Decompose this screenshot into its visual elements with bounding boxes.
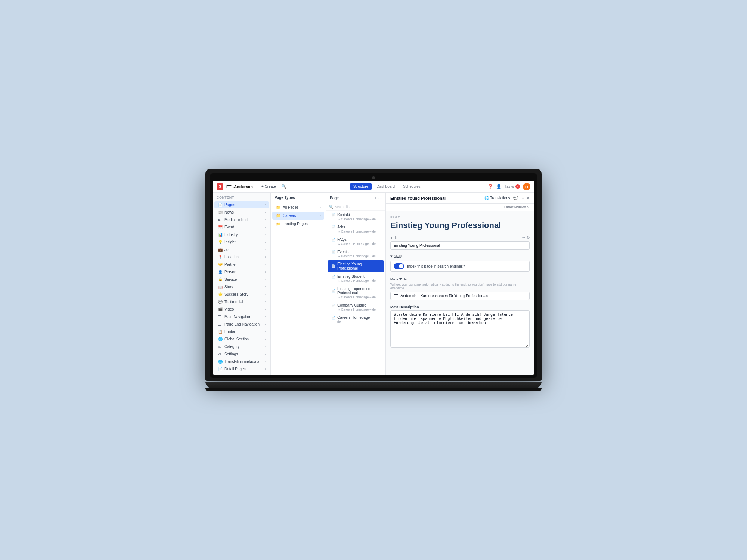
- tasks-label: Tasks: [505, 184, 514, 189]
- page-item-faqs-top: 📄 FAQs: [331, 237, 381, 242]
- sidebar-label-job: Job: [224, 248, 263, 252]
- seo-toggle-label[interactable]: ▾ SEO: [390, 254, 530, 258]
- meta-title-hint: Will get your company automatically adde…: [390, 283, 530, 290]
- industry-arrow: ›: [265, 233, 266, 236]
- page-end-nav-arrow: ›: [265, 323, 266, 326]
- detail-revision-bar: Latest revision ∨: [386, 204, 534, 211]
- page-item-einstieg-student[interactable]: 📄 Einstieg Student ↳ Careers Homepage – …: [328, 273, 384, 284]
- sidebar-item-settings[interactable]: ⚙ Settings ›: [214, 351, 269, 358]
- insight-icon: 💡: [218, 240, 223, 244]
- meta-title-input[interactable]: [390, 292, 530, 300]
- jobs-page-sub: ↳ Careers Homepage – de: [331, 230, 381, 233]
- title-input[interactable]: [390, 241, 530, 250]
- sidebar-item-location[interactable]: 📍 Location ›: [214, 253, 269, 261]
- sidebar-item-event[interactable]: 📅 Event ›: [214, 224, 269, 231]
- close-panel-icon[interactable]: ✕: [526, 196, 530, 200]
- user-avatar[interactable]: FT: [523, 183, 530, 190]
- user-icon[interactable]: 👤: [496, 184, 502, 189]
- sidebar-item-success-story[interactable]: ⭐ Success Story ›: [214, 291, 269, 298]
- sidebar-item-story[interactable]: 📖 Story ›: [214, 283, 269, 290]
- sidebar-item-translation-metadata[interactable]: 🌐 Translation metadata ›: [214, 358, 269, 365]
- sidebar-item-detail-pages[interactable]: 📄 Detail Pages ›: [214, 365, 269, 373]
- sidebar-item-testimonial[interactable]: 💬 Testimonial ›: [214, 298, 269, 305]
- sidebar-item-news[interactable]: 📰 News ›: [214, 209, 269, 216]
- tab-dashboard[interactable]: Dashboard: [373, 183, 399, 190]
- sidebar-item-department-config[interactable]: 📁 Department config ›: [214, 373, 269, 375]
- sidebar-item-main-navigation[interactable]: ☰ Main Navigation ›: [214, 313, 269, 320]
- sidebar-label-insight: Insight: [224, 240, 263, 244]
- page-item-faqs[interactable]: 📄 FAQs ↳ Careers Homepage – de: [328, 236, 384, 248]
- events-page-sub: ↳ Careers Homepage – de: [331, 254, 381, 258]
- app-logo: S: [217, 183, 223, 190]
- sidebar-item-global-section[interactable]: 🌐 Global Section ›: [214, 336, 269, 343]
- more-options-icon[interactable]: ···: [521, 196, 524, 200]
- sidebar-label-detail-pages: Detail Pages: [224, 367, 263, 371]
- news-arrow: ›: [265, 211, 266, 214]
- laptop-screen: S FTI-Andersch + Create 🔍 Structure Dash…: [213, 181, 534, 375]
- page-types-header: Page Types: [271, 193, 326, 203]
- search-pages-placeholder[interactable]: Search list: [335, 205, 350, 209]
- sidebar-item-category[interactable]: 🏷 Category ›: [214, 343, 269, 350]
- sidebar-label-page-end-navigation: Page End Navigation: [224, 322, 263, 326]
- add-page-icon[interactable]: +: [374, 196, 376, 200]
- title-more-icon[interactable]: ···: [522, 236, 525, 240]
- pages-panel-title: Page: [330, 196, 339, 200]
- sidebar-item-partner[interactable]: 🤝 Partner ›: [214, 261, 269, 268]
- tasks-count: 1: [515, 184, 520, 189]
- sidebar-item-job[interactable]: 💼 Job ›: [214, 246, 269, 253]
- sidebar-item-person[interactable]: 👤 Person ›: [214, 268, 269, 276]
- seo-index-toggle[interactable]: [394, 263, 404, 269]
- page-item-kontakt[interactable]: 📄 Kontakt ↳ Careers Homepage – de: [328, 211, 384, 223]
- sidebar: Content 📄 Pages › 📰 News ›: [213, 193, 271, 375]
- tasks-button[interactable]: Tasks 1: [505, 184, 520, 189]
- page-type-landing-pages[interactable]: 📁 Landing Pages: [272, 220, 324, 228]
- tab-structure[interactable]: Structure: [350, 183, 372, 190]
- pages-list-panel: Page + ··· 🔍 Search list: [326, 193, 386, 375]
- page-item-einstieg-young-professional[interactable]: 📄 Einstieg Young Professional: [328, 260, 384, 272]
- sidebar-item-footer[interactable]: 📋 Footer ›: [214, 328, 269, 335]
- detail-panel: Einstieg Young Professional 🌐 Translatio…: [386, 193, 534, 375]
- page-type-careers[interactable]: 📁 Careers ›: [272, 212, 324, 220]
- success-story-icon: ⭐: [218, 292, 223, 296]
- sidebar-item-service[interactable]: 🔒 Service ›: [214, 276, 269, 283]
- page-item-ch-top: 📄 Careers Homepage: [331, 315, 381, 320]
- sidebar-item-industry[interactable]: 📊 Industry ›: [214, 231, 269, 238]
- sidebar-item-video[interactable]: 🎬 Video ›: [214, 306, 269, 313]
- create-button[interactable]: + Create: [259, 184, 278, 189]
- translations-button[interactable]: 🌐 Translations: [484, 196, 510, 200]
- laptop-container: S FTI-Andersch + Create 🔍 Structure Dash…: [205, 169, 542, 391]
- sidebar-label-global-section: Global Section: [224, 337, 263, 341]
- page-item-einstieg-experienced[interactable]: 📄 Einstieg Experienced Professional ↳ Ca…: [328, 285, 384, 301]
- page-item-company-culture[interactable]: 📄 Company Culture ↳ Careers Homepage – d…: [328, 301, 384, 313]
- help-icon[interactable]: ❓: [487, 184, 493, 189]
- page-type-all-pages[interactable]: 📁 All Pages ›: [272, 203, 324, 211]
- jobs-page-icon: 📄: [331, 225, 335, 229]
- settings-arrow: ›: [265, 352, 266, 356]
- topbar-nav: Structure Dashboard Schedules: [289, 183, 484, 190]
- detail-header-actions: 🌐 Translations 💬 ··· ✕: [484, 196, 530, 200]
- translation-metadata-icon: 🌐: [218, 360, 223, 364]
- pages-icon: 📄: [218, 203, 223, 207]
- comment-icon[interactable]: 💬: [513, 196, 518, 200]
- sidebar-label-footer: Footer: [224, 330, 263, 334]
- title-refresh-icon[interactable]: ↻: [527, 236, 530, 240]
- search-icon[interactable]: 🔍: [281, 184, 286, 189]
- category-icon: 🏷: [218, 345, 223, 349]
- sidebar-item-media-embed[interactable]: ▶ Media Embed ›: [214, 216, 269, 223]
- pages-more-icon[interactable]: ···: [378, 196, 382, 200]
- page-item-jobs[interactable]: 📄 Jobs ↳ Careers Homepage – de: [328, 223, 384, 235]
- all-pages-folder-icon: 📁: [276, 205, 280, 209]
- cc-page-sub: ↳ Careers Homepage – de: [331, 308, 381, 311]
- media-embed-icon: ▶: [218, 218, 223, 222]
- title-field-group: Title ··· ↻: [390, 236, 530, 250]
- sidebar-item-pages[interactable]: 📄 Pages ›: [214, 201, 269, 208]
- sidebar-item-page-end-navigation[interactable]: ☰ Page End Navigation ›: [214, 321, 269, 328]
- tab-schedules[interactable]: Schedules: [399, 183, 424, 190]
- sidebar-item-insight[interactable]: 💡 Insight ›: [214, 239, 269, 246]
- pages-panel-header: Page + ···: [326, 193, 385, 203]
- page-item-events[interactable]: 📄 Events ↳ Careers Homepage – de: [328, 248, 384, 260]
- eyp-page-icon: 📄: [331, 264, 335, 268]
- meta-description-textarea[interactable]: Starte deine Karriere bei FTI-Andersch! …: [390, 310, 530, 348]
- page-item-careers-homepage[interactable]: 📄 Careers Homepage de: [328, 314, 384, 326]
- page-item-eep-top: 📄 Einstieg Experienced Professional: [331, 287, 381, 295]
